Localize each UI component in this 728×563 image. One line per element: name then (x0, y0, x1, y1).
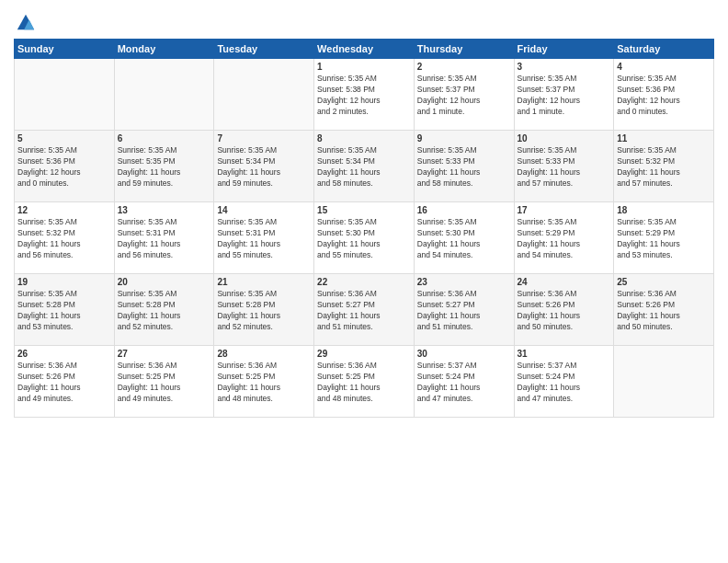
cell-content: Sunrise: 5:37 AMSunset: 5:24 PMDaylight:… (417, 361, 511, 405)
cell-line: Sunset: 5:27 PM (417, 300, 511, 311)
cell-line: Daylight: 12 hours (17, 167, 111, 178)
day-number: 14 (217, 205, 311, 215)
cell-line: Sunrise: 5:35 AM (617, 145, 711, 156)
cell-line: Sunrise: 5:36 AM (317, 289, 411, 300)
day-cell: 8Sunrise: 5:35 AMSunset: 5:34 PMDaylight… (314, 131, 415, 202)
header-cell-sunday: Sunday (15, 40, 115, 59)
cell-line: and 49 minutes. (118, 394, 211, 405)
cell-line: and 56 minutes. (17, 250, 111, 261)
header-cell-wednesday: Wednesday (314, 40, 415, 59)
day-cell: 31Sunrise: 5:37 AMSunset: 5:24 PMDayligh… (514, 346, 614, 418)
cell-content: Sunrise: 5:35 AMSunset: 5:34 PMDaylight:… (217, 145, 311, 190)
day-number: 9 (417, 133, 511, 144)
header-cell-saturday: Saturday (614, 40, 714, 59)
cell-line: Daylight: 11 hours (518, 311, 611, 322)
cell-content: Sunrise: 5:36 AMSunset: 5:27 PMDaylight:… (317, 289, 411, 333)
cell-line: Sunrise: 5:37 AM (417, 361, 511, 372)
cell-line: Daylight: 11 hours (17, 383, 111, 394)
header-row: SundayMondayTuesdayWednesdayThursdayFrid… (15, 40, 714, 59)
cell-content: Sunrise: 5:36 AMSunset: 5:26 PMDaylight:… (617, 289, 711, 333)
cell-line: Sunset: 5:31 PM (217, 228, 311, 239)
cell-line: Daylight: 11 hours (617, 311, 711, 322)
cell-content: Sunrise: 5:36 AMSunset: 5:25 PMDaylight:… (118, 361, 211, 405)
cell-line: Sunrise: 5:35 AM (17, 289, 111, 300)
cell-content: Sunrise: 5:36 AMSunset: 5:26 PMDaylight:… (518, 289, 611, 333)
cell-line: Sunrise: 5:35 AM (617, 217, 711, 228)
cell-content: Sunrise: 5:35 AMSunset: 5:28 PMDaylight:… (118, 289, 211, 333)
cell-line: Sunrise: 5:36 AM (518, 289, 611, 300)
day-cell: 25Sunrise: 5:36 AMSunset: 5:26 PMDayligh… (614, 274, 714, 346)
cell-content: Sunrise: 5:35 AMSunset: 5:37 PMDaylight:… (417, 74, 511, 118)
cell-line: Sunrise: 5:35 AM (417, 74, 511, 85)
cell-line: and 47 minutes. (518, 394, 611, 405)
day-number: 29 (317, 349, 411, 359)
day-cell: 2Sunrise: 5:35 AMSunset: 5:37 PMDaylight… (414, 59, 514, 131)
cell-line: Sunrise: 5:35 AM (217, 145, 311, 156)
day-cell: 21Sunrise: 5:35 AMSunset: 5:28 PMDayligh… (214, 274, 314, 346)
cell-line: and 49 minutes. (17, 394, 111, 405)
cell-line: Sunrise: 5:35 AM (118, 289, 211, 300)
day-number: 15 (317, 205, 411, 215)
cell-line: Daylight: 11 hours (217, 383, 311, 394)
cell-line: Daylight: 11 hours (217, 311, 311, 322)
cell-line: Sunset: 5:35 PM (118, 156, 211, 167)
cell-line: Daylight: 11 hours (118, 167, 211, 178)
cell-line: Sunset: 5:34 PM (217, 156, 311, 167)
day-cell: 7Sunrise: 5:35 AMSunset: 5:34 PMDaylight… (214, 131, 314, 202)
cell-content: Sunrise: 5:35 AMSunset: 5:29 PMDaylight:… (518, 217, 611, 261)
cell-line: Sunset: 5:26 PM (17, 372, 111, 383)
cell-line: Sunset: 5:25 PM (118, 372, 211, 383)
header-cell-tuesday: Tuesday (214, 40, 314, 59)
day-number: 7 (217, 133, 311, 144)
day-number: 27 (118, 349, 211, 359)
cell-line: and 48 minutes. (217, 394, 311, 405)
cell-line: and 55 minutes. (317, 250, 411, 261)
cell-line: and 52 minutes. (217, 322, 311, 333)
day-number: 8 (317, 133, 411, 144)
cell-line: Sunset: 5:27 PM (317, 300, 411, 311)
calendar-table: SundayMondayTuesdayWednesdayThursdayFrid… (14, 39, 714, 418)
day-number: 6 (118, 133, 211, 144)
cell-line: Sunrise: 5:36 AM (417, 289, 511, 300)
cell-line: Sunset: 5:30 PM (317, 228, 411, 239)
day-cell: 15Sunrise: 5:35 AMSunset: 5:30 PMDayligh… (314, 202, 415, 274)
cell-line: Sunset: 5:30 PM (417, 228, 511, 239)
cell-line: and 54 minutes. (417, 250, 511, 261)
day-number: 10 (518, 133, 611, 144)
cell-line: and 57 minutes. (518, 178, 611, 190)
logo-icon (16, 13, 36, 33)
day-number: 31 (518, 349, 611, 359)
page: SundayMondayTuesdayWednesdayThursdayFrid… (0, 0, 728, 563)
day-cell: 24Sunrise: 5:36 AMSunset: 5:26 PMDayligh… (514, 274, 614, 346)
header-cell-thursday: Thursday (414, 40, 514, 59)
cell-line: Sunrise: 5:35 AM (17, 145, 111, 156)
day-number: 26 (17, 349, 111, 359)
cell-line: Sunrise: 5:36 AM (118, 361, 211, 372)
cell-line: Daylight: 11 hours (417, 383, 511, 394)
cell-line: Daylight: 12 hours (617, 96, 711, 107)
cell-line: Sunset: 5:31 PM (118, 228, 211, 239)
cell-line: and 48 minutes. (317, 394, 411, 405)
cell-line: and 59 minutes. (217, 178, 311, 190)
day-cell: 19Sunrise: 5:35 AMSunset: 5:28 PMDayligh… (15, 274, 115, 346)
cell-line: Sunset: 5:24 PM (518, 372, 611, 383)
week-row-3: 12Sunrise: 5:35 AMSunset: 5:32 PMDayligh… (15, 202, 714, 274)
day-number: 17 (518, 205, 611, 215)
week-row-5: 26Sunrise: 5:36 AMSunset: 5:26 PMDayligh… (15, 346, 714, 418)
cell-line: Sunset: 5:26 PM (518, 300, 611, 311)
cell-line: Daylight: 11 hours (518, 239, 611, 250)
cell-line: and 57 minutes. (617, 178, 711, 190)
day-number: 21 (217, 277, 311, 287)
cell-content: Sunrise: 5:35 AMSunset: 5:28 PMDaylight:… (217, 289, 311, 333)
cell-line: Sunrise: 5:36 AM (317, 361, 411, 372)
day-cell: 29Sunrise: 5:36 AMSunset: 5:25 PMDayligh… (314, 346, 415, 418)
cell-line: Daylight: 11 hours (118, 311, 211, 322)
cell-line: Daylight: 11 hours (417, 167, 511, 178)
header-cell-monday: Monday (114, 40, 214, 59)
cell-line: Daylight: 11 hours (118, 383, 211, 394)
day-cell: 17Sunrise: 5:35 AMSunset: 5:29 PMDayligh… (514, 202, 614, 274)
day-cell: 3Sunrise: 5:35 AMSunset: 5:37 PMDaylight… (514, 59, 614, 131)
cell-content: Sunrise: 5:35 AMSunset: 5:29 PMDaylight:… (617, 217, 711, 261)
day-cell: 12Sunrise: 5:35 AMSunset: 5:32 PMDayligh… (15, 202, 115, 274)
cell-line: Daylight: 11 hours (118, 239, 211, 250)
